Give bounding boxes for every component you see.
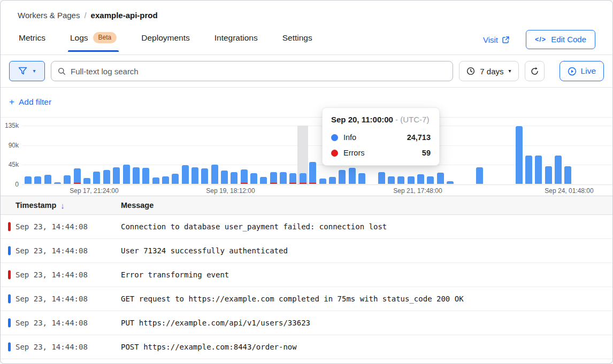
severity-error-indicator: [8, 222, 11, 231]
chart-bar[interactable]: [358, 173, 365, 184]
chart-bar[interactable]: [417, 174, 424, 184]
info-dot-icon: [331, 134, 338, 141]
log-row[interactable]: Sep 23, 14:44:08GET request to https://e…: [1, 287, 612, 311]
edit-code-button[interactable]: </> Edit Code: [526, 30, 595, 49]
chart-bar[interactable]: [123, 165, 130, 184]
chart-bar[interactable]: [113, 167, 120, 184]
log-timestamp: Sep 23, 14:44:08: [1, 343, 121, 351]
x-axis-tick: Sep 19, 18:12:00: [206, 187, 255, 195]
chart-bar[interactable]: [289, 173, 296, 184]
chart-bar[interactable]: [309, 162, 316, 184]
chart-bar[interactable]: [408, 176, 415, 184]
tooltip-series-row: Info24,713: [331, 133, 431, 142]
filter-dropdown-button[interactable]: ▾: [9, 61, 45, 81]
chart-bar[interactable]: [545, 166, 552, 184]
live-button[interactable]: Live: [560, 61, 604, 81]
refresh-button[interactable]: [525, 61, 545, 81]
log-row[interactable]: Sep 23, 14:44:08POST https://example.com…: [1, 335, 612, 359]
chart-bar[interactable]: [152, 177, 159, 184]
visit-label: Visit: [483, 35, 498, 44]
chart-bar[interactable]: [74, 168, 81, 184]
tab-label: Metrics: [19, 33, 45, 43]
chart-bar[interactable]: [329, 177, 336, 184]
chart-bar[interactable]: [564, 166, 571, 184]
chart-bar[interactable]: [54, 182, 61, 184]
message-column-header: Message: [121, 201, 154, 210]
log-message: PUT https://example.com/api/v1/users/336…: [121, 319, 310, 327]
chart-bar[interactable]: [280, 172, 287, 184]
chart-bar[interactable]: [241, 169, 248, 184]
tab-logs[interactable]: LogsBeta: [69, 30, 118, 52]
clock-icon: [466, 67, 475, 75]
chart-bar[interactable]: [427, 176, 434, 184]
chart-bar[interactable]: [476, 167, 483, 184]
series-name: Errors: [343, 149, 364, 157]
chart-bar[interactable]: [191, 167, 198, 184]
chart-bar[interactable]: [437, 173, 444, 184]
log-row[interactable]: Sep 23, 14:44:08Error transforming event: [1, 263, 612, 287]
chart-bar[interactable]: [260, 177, 267, 184]
time-range-dropdown[interactable]: 7 days ▾: [459, 61, 518, 81]
chart-bar[interactable]: [25, 176, 32, 184]
edit-code-label: Edit Code: [551, 35, 586, 44]
chart-bar[interactable]: [44, 175, 51, 184]
chart-bar[interactable]: [142, 168, 149, 184]
chart-bar[interactable]: [182, 165, 189, 184]
y-axis-tick: 0: [1, 181, 19, 188]
chart-bar[interactable]: [221, 171, 228, 184]
timestamp-column-header[interactable]: Timestamp ↓: [1, 201, 121, 210]
chart-bar[interactable]: [133, 167, 140, 184]
chart-bar[interactable]: [270, 172, 277, 184]
chart-bar[interactable]: [555, 156, 562, 184]
log-row[interactable]: Sep 23, 14:44:08User 71324 successfully …: [1, 239, 612, 263]
chart-bar[interactable]: [300, 173, 306, 184]
chart-bar[interactable]: [319, 179, 326, 184]
x-axis-tick: Sep 17, 21:24:00: [70, 187, 118, 195]
log-message: GET request to https://example.com compl…: [121, 295, 464, 303]
breadcrumb: Workers & Pages / example-api-prod: [18, 11, 595, 20]
chart-bar[interactable]: [339, 170, 346, 184]
tab-metrics[interactable]: Metrics: [18, 30, 47, 52]
breadcrumb-parent-link[interactable]: Workers & Pages: [18, 11, 80, 20]
chart-bar[interactable]: [93, 172, 100, 184]
chart-bar[interactable]: [34, 176, 41, 184]
add-filter-button[interactable]: + Add filter: [9, 97, 51, 107]
breadcrumb-current: example-api-prod: [91, 11, 158, 20]
chart-bar[interactable]: [535, 156, 542, 184]
chart-bar[interactable]: [250, 173, 257, 184]
add-filter-row: + Add filter: [1, 88, 612, 118]
gridline: [22, 145, 612, 146]
chart-bar[interactable]: [349, 168, 356, 184]
chart-bar[interactable]: [201, 168, 208, 184]
chart-bar[interactable]: [64, 175, 71, 184]
chart-bar[interactable]: [103, 170, 110, 184]
log-row[interactable]: Sep 23, 14:44:08PUT https://example.com/…: [1, 311, 612, 335]
tab-integrations[interactable]: Integrations: [213, 30, 259, 52]
chart-bar[interactable]: [211, 165, 218, 184]
chart-tooltip: Sep 20, 11:00:00 - (UTC-7) Info24,713Err…: [322, 107, 440, 166]
tab-deployments[interactable]: Deployments: [140, 30, 190, 52]
gridline: [22, 184, 612, 185]
chart-bar-error-segment: [74, 183, 81, 184]
chart-bar[interactable]: [447, 181, 454, 184]
errors-dot-icon: [331, 150, 338, 157]
chart-bar[interactable]: [231, 172, 237, 184]
workers-logs-page: Workers & Pages / example-api-prod Metri…: [0, 0, 613, 364]
visit-link[interactable]: Visit: [483, 35, 510, 44]
chart-bar[interactable]: [388, 176, 395, 184]
log-row[interactable]: Sep 23, 14:44:08Connection to database u…: [1, 215, 612, 239]
chart-bar[interactable]: [162, 176, 169, 184]
tab-bar: MetricsLogsBetaDeploymentsIntegrationsSe…: [18, 30, 336, 52]
chart-bar[interactable]: [516, 126, 523, 184]
search-input[interactable]: [71, 67, 446, 76]
chart-bar[interactable]: [525, 156, 532, 184]
tooltip-series-row: Errors59: [331, 149, 431, 157]
y-axis-tick: 45k: [1, 161, 19, 168]
tab-settings[interactable]: Settings: [281, 30, 313, 52]
chart-bar[interactable]: [397, 176, 404, 184]
chart-bar[interactable]: [83, 178, 90, 184]
play-circle-icon: [568, 67, 577, 76]
external-link-icon: [502, 36, 510, 44]
chart-bar[interactable]: [172, 174, 179, 184]
chart-bar[interactable]: [378, 172, 385, 184]
